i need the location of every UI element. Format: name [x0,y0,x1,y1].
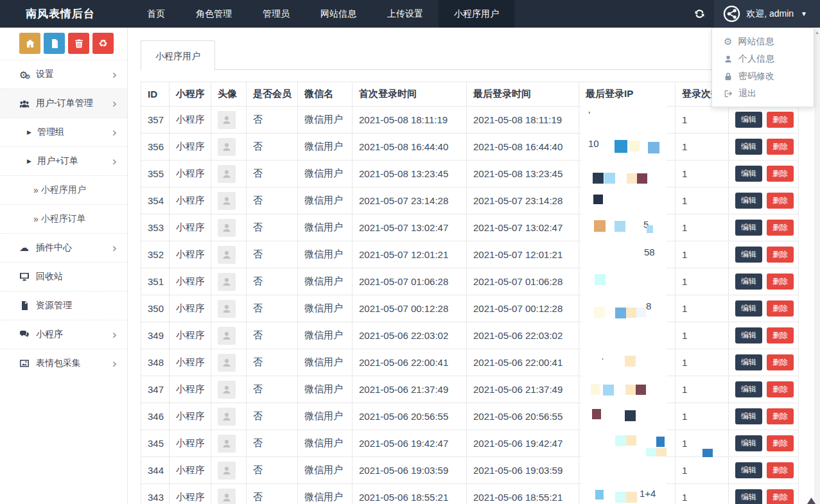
person-icon [222,465,232,476]
cell-member: 否 [247,403,298,430]
tool-button-home[interactable] [19,33,40,54]
nav-item-上传设置[interactable]: 上传设置 [372,0,439,28]
cell-first-login: 2021-05-07 01:06:28 [353,268,467,295]
table-row: 351 小程序 否 微信用户 2021-05-07 01:06:28 2021-… [141,268,799,295]
admin-menu-toggle[interactable]: 欢迎, admin ▼ [714,0,820,28]
delete-button[interactable]: 删除 [767,247,794,263]
edit-button[interactable]: 编辑 [735,220,762,236]
edit-button[interactable]: 编辑 [735,381,762,397]
cell-last-ip [579,107,676,134]
delete-button[interactable]: 删除 [767,166,794,182]
cell-wechat-name: 微信用户 [298,457,353,484]
scrollbar-up-arrow[interactable]: ▲ [814,30,820,35]
user-menu-item-个人信息[interactable]: 个人信息 [712,50,814,67]
cell-wechat-name: 微信用户 [298,484,353,504]
nav-item-管理员[interactable]: 管理员 [247,0,305,28]
cell-last-ip [579,430,676,457]
sidebar-item-小程序订单[interactable]: »小程序订单 [0,204,127,233]
sidebar-item-插件中心[interactable]: ☁插件中心› [0,233,127,262]
gear-icon: ⚙ [724,37,732,46]
cell-login-count: 1 [676,376,729,403]
sidebar-item-设置[interactable]: ⚙⚙设置› [0,60,127,89]
sidebar-item-表情包采集[interactable]: 表情包采集› [0,349,127,378]
delete-button[interactable]: 删除 [767,381,794,397]
cell-app: 小程序 [170,457,211,484]
edit-button[interactable]: 编辑 [735,139,762,155]
sidebar-item-管理组[interactable]: ▶管理组› [0,117,127,146]
nav-item-首页[interactable]: 首页 [132,0,180,28]
scrollbar-track[interactable]: ▲ [814,28,820,504]
brand-title[interactable]: 南风表情后台 [0,0,132,28]
avatar-placeholder [218,300,236,318]
nav-item-角色管理[interactable]: 角色管理 [180,0,247,28]
refresh-button[interactable] [685,0,714,28]
edit-button[interactable]: 编辑 [735,354,762,370]
cell-wechat-name: 微信用户 [298,134,353,161]
edit-button[interactable]: 编辑 [735,327,762,343]
cell-id: 344 [141,457,170,484]
cell-avatar [211,376,247,403]
cell-last-login: 2021-05-07 12:01:21 [467,241,579,268]
cell-actions: 编辑删除 [729,484,799,504]
delete-button[interactable]: 删除 [767,462,794,478]
user-menu-item-退出[interactable]: 退出 [712,85,814,102]
edit-button[interactable]: 编辑 [735,489,762,504]
cell-actions: 编辑删除 [729,457,799,484]
delete-button[interactable]: 删除 [767,435,794,451]
edit-button[interactable]: 编辑 [735,274,762,290]
nav-item-网站信息[interactable]: 网站信息 [305,0,372,28]
delete-button[interactable]: 删除 [767,193,794,209]
delete-button[interactable]: 删除 [767,139,794,155]
sidebar-item-小程序[interactable]: 小程序› [0,320,127,349]
cell-id: 351 [141,268,170,295]
sidebar-item-回收站[interactable]: 回收站 [0,262,127,291]
user-menu-item-密码修改[interactable]: 密码修改 [712,67,814,85]
cell-avatar [211,457,247,484]
sidebar-item-用户+订单[interactable]: ▶用户+订单› [0,146,127,175]
tool-button-trash[interactable] [68,33,89,54]
users-table-wrap: ID小程序头像是否会员微信名首次登录时间最后登录时间最后登录IP登录次数 357… [141,82,799,504]
cell-first-login: 2021-05-08 13:23:45 [353,161,467,187]
delete-button[interactable]: 删除 [767,274,794,290]
sidebar-item-label: 小程序订单 [41,213,117,225]
navbar-menu: 首页角色管理管理员网站信息上传设置小程序用户 [132,0,514,28]
cell-login-count: 1 [676,322,729,349]
edit-button[interactable]: 编辑 [735,300,762,317]
cell-avatar [211,134,247,161]
delete-button[interactable]: 删除 [767,408,794,424]
edit-button[interactable]: 编辑 [735,435,762,451]
sidebar-item-资源管理[interactable]: 资源管理 [0,291,127,320]
cell-last-ip [579,349,676,376]
delete-button[interactable]: 删除 [767,300,794,317]
cell-member: 否 [247,484,298,504]
user-menu-item-label: 密码修改 [738,71,774,82]
delete-button[interactable]: 删除 [767,354,794,370]
cell-actions: 编辑删除 [729,295,799,322]
person-icon [222,169,232,179]
edit-button[interactable]: 编辑 [735,193,762,209]
edit-button[interactable]: 编辑 [735,408,762,424]
delete-button[interactable]: 删除 [767,112,794,128]
cell-app: 小程序 [170,376,211,403]
edit-button[interactable]: 编辑 [735,247,762,263]
tool-button-file[interactable] [44,33,65,54]
cell-actions: 编辑删除 [729,107,799,134]
cell-app: 小程序 [170,349,211,376]
comments-icon [19,329,30,340]
edit-button[interactable]: 编辑 [735,166,762,182]
cell-first-login: 2021-05-06 20:56:55 [353,403,467,430]
tool-button-recycle[interactable]: ♻ [92,33,114,54]
cell-last-ip [579,241,676,268]
sidebar-item-用户-订单管理[interactable]: 用户-订单管理› [0,89,127,117]
delete-button[interactable]: 删除 [767,489,794,504]
delete-button[interactable]: 删除 [767,327,794,343]
cell-wechat-name: 微信用户 [298,430,353,457]
delete-button[interactable]: 删除 [767,220,794,236]
cell-last-login: 2021-05-06 18:55:21 [467,484,579,504]
sidebar-item-小程序用户[interactable]: »小程序用户 [0,175,127,204]
nav-item-小程序用户[interactable]: 小程序用户 [439,0,514,28]
edit-button[interactable]: 编辑 [735,112,762,128]
user-menu-item-网站信息[interactable]: ⚙ 网站信息 [712,33,814,50]
tab-mini-program-users[interactable]: 小程序用户 [141,40,215,71]
edit-button[interactable]: 编辑 [735,462,762,478]
